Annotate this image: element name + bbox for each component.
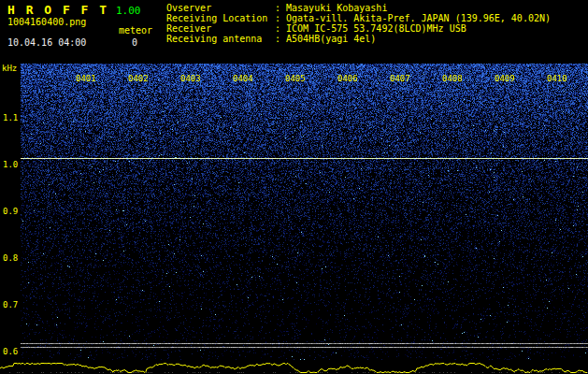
spectrogram-panel: kHz 1.1 1.0 0.9 0.8 0.7 0.6 0401 0402 04…	[0, 64, 588, 360]
x-tick-label: 0408	[442, 74, 463, 83]
y-tick-label: 0.8	[3, 253, 18, 263]
y-tick-label: 0.9	[3, 207, 18, 216]
location-label: Receiving Location	[166, 13, 275, 23]
info-separator: :	[275, 34, 280, 44]
x-tick-label: 0406	[337, 74, 358, 83]
signal-level-canvas	[0, 360, 588, 374]
app-version: 1.00	[116, 5, 141, 17]
x-tick-label: 0410	[547, 74, 567, 83]
receiver-label: Receiver	[166, 23, 275, 34]
spectrogram-canvas	[21, 64, 588, 360]
output-filename: 1004160400.png	[7, 17, 86, 27]
y-tick-label: 1.0	[3, 160, 18, 169]
info-separator: :	[275, 3, 280, 13]
info-separator: :	[275, 23, 280, 34]
y-tick-label: 1.1	[3, 113, 18, 122]
x-tick-label: 0403	[180, 74, 201, 83]
x-tick-label: 0407	[390, 74, 410, 83]
info-row-receiver: Receiver:ICOM IC-575 53.7492(8LCD)MHz US…	[166, 23, 551, 34]
info-row-observer: Ovserver:Masayuki Kobayashi	[166, 3, 551, 13]
antenna-label: Receiving antenna	[166, 34, 275, 44]
meteor-count: 0	[132, 37, 137, 48]
hrofft-screen: H R O F F T 1.00 1004160400.png meteor 1…	[0, 0, 588, 374]
observer-label: Ovserver	[166, 3, 275, 13]
info-row-antenna: Receiving antenna:A504HB(yagi 4el)	[166, 34, 551, 44]
y-tick-label: 0.6	[3, 347, 18, 356]
mode-label: meteor	[119, 25, 152, 36]
x-tick-label: 0402	[128, 74, 149, 83]
x-tick-label: 0405	[285, 74, 306, 83]
x-tick-label: 0401	[76, 74, 96, 83]
frequency-unit-label: kHz	[2, 64, 17, 73]
info-row-location: Receiving Location:Ogata-vill. Akita-Pre…	[166, 13, 551, 23]
x-tick-label: 0409	[495, 74, 515, 83]
location-value: Ogata-vill. Akita-Pref. JAPAN (139.96E, …	[286, 13, 551, 23]
info-separator: :	[275, 13, 280, 23]
app-title: H R O F F T	[7, 3, 108, 17]
antenna-value: A504HB(yagi 4el)	[286, 34, 376, 44]
signal-level-strip	[0, 360, 588, 374]
receiver-value: ICOM IC-575 53.7492(8LCD)MHz USB	[286, 23, 466, 34]
x-tick-label: 0404	[233, 74, 253, 83]
observer-value: Masayuki Kobayashi	[286, 3, 387, 13]
y-tick-label: 0.7	[3, 300, 18, 309]
header-info-block: Ovserver:Masayuki Kobayashi Receiving Lo…	[166, 3, 551, 44]
datetime-label: 10.04.16 04:00	[7, 37, 86, 48]
